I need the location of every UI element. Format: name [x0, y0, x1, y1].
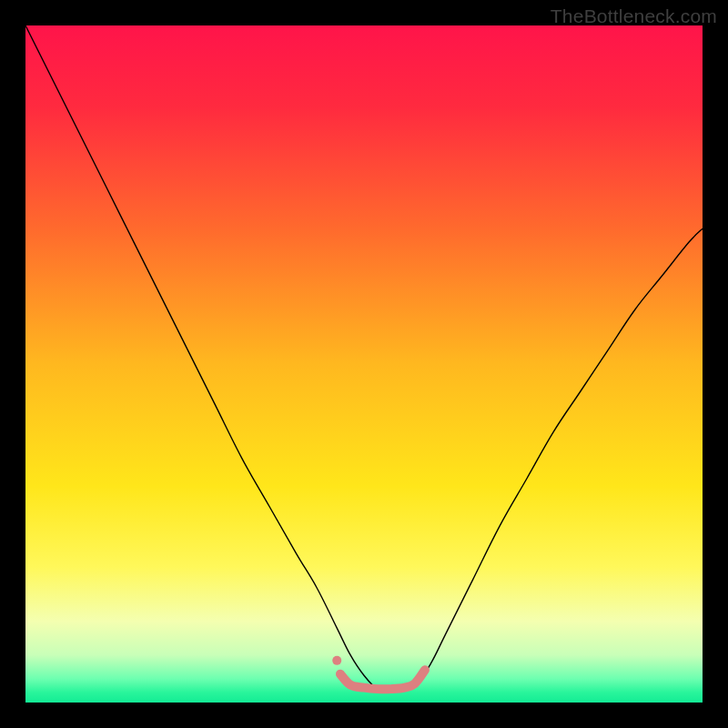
chart-frame: TheBottleneck.com: [0, 0, 728, 728]
plot-area: [25, 25, 703, 703]
watermark-text: TheBottleneck.com: [551, 5, 717, 27]
optimal-range-marker: [340, 670, 425, 689]
bottleneck-curve: [25, 25, 703, 690]
optimal-range-dot: [332, 656, 341, 665]
curve-layer: [25, 25, 703, 703]
